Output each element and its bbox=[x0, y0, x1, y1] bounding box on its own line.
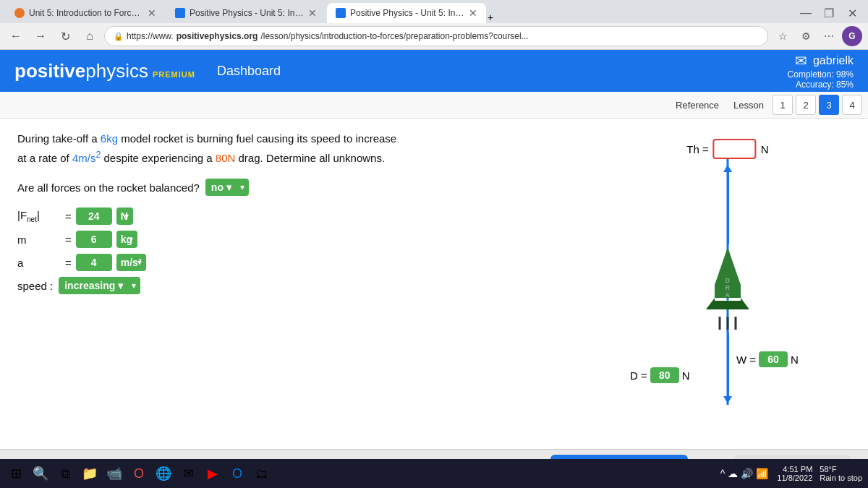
office-btn[interactable]: O bbox=[129, 463, 149, 484]
more-btn[interactable]: ⋯ bbox=[819, 26, 839, 46]
a-unit-dropdown[interactable]: m/s² bbox=[116, 254, 146, 271]
tab-1-close[interactable]: ✕ bbox=[148, 7, 156, 19]
w-row: W = 60 N bbox=[736, 351, 799, 367]
w-unit: N bbox=[791, 354, 799, 366]
teams-btn[interactable]: 📹 bbox=[104, 463, 124, 484]
tab-4-btn[interactable]: 4 bbox=[842, 95, 862, 115]
chevron-up-icon[interactable]: ^ bbox=[720, 468, 726, 479]
tab-2-close[interactable]: ✕ bbox=[308, 7, 317, 19]
star-btn[interactable]: ☆ bbox=[773, 26, 793, 46]
back-btn[interactable]: ← bbox=[6, 26, 26, 46]
tab-1[interactable]: Unit 5: Introduction to Forces (P ✕ bbox=[6, 3, 165, 23]
speed-dropdown[interactable]: increasing ▾ decreasing constant bbox=[59, 277, 140, 294]
drag-highlight: 80N bbox=[216, 152, 236, 164]
m-unit-dropdown[interactable]: kg bbox=[116, 231, 137, 248]
diagram-area: Th = N DRAG bbox=[619, 130, 836, 390]
task-view-btn[interactable]: ⧉ bbox=[55, 463, 75, 484]
new-tab-button[interactable]: + bbox=[488, 12, 493, 23]
speed-dropdown-wrapper[interactable]: increasing ▾ decreasing constant bbox=[59, 277, 140, 294]
completion-label: Completion: 98% bbox=[788, 69, 854, 80]
w-label: W = bbox=[736, 354, 756, 366]
fin-right bbox=[741, 298, 749, 309]
balanced-dropdown[interactable]: no ▾ yes bbox=[205, 179, 249, 196]
taskbar-clock[interactable]: 4:51 PM 11/8/2022 bbox=[777, 465, 812, 482]
balanced-row: Are all forces on the rocket balanced? n… bbox=[17, 179, 590, 196]
tab-1-favicon bbox=[14, 8, 25, 18]
tab-3-btn[interactable]: 3 bbox=[819, 95, 839, 115]
mass-highlight: 6kg bbox=[101, 132, 118, 145]
d-value[interactable]: 80 bbox=[650, 367, 679, 383]
forward-btn[interactable]: → bbox=[30, 26, 51, 46]
left-panel: During take-off a 6kg model rocket is bu… bbox=[17, 130, 590, 437]
tab-1-btn[interactable]: 1 bbox=[773, 95, 793, 115]
thrust-input[interactable] bbox=[713, 139, 757, 159]
w-value[interactable]: 60 bbox=[759, 351, 788, 367]
speed-row: speed : increasing ▾ decreasing constant bbox=[17, 277, 590, 294]
search-btn[interactable]: 🔍 bbox=[30, 463, 51, 484]
fnet-value[interactable]: 24 bbox=[76, 207, 112, 225]
refresh-btn[interactable]: ↻ bbox=[55, 26, 75, 46]
launch-pad bbox=[719, 317, 737, 330]
volume-icon[interactable]: 🔊 bbox=[741, 468, 753, 479]
chrome-btn[interactable]: 🌐 bbox=[153, 463, 174, 484]
a-unit-wrapper[interactable]: m/s² bbox=[116, 254, 146, 271]
tab-3-label: Positive Physics - Unit 5: Introdu bbox=[350, 8, 464, 18]
youtube-btn[interactable]: ▶ bbox=[203, 463, 223, 484]
home-btn[interactable]: ⌂ bbox=[80, 26, 100, 46]
rocket-diagram: DRAG bbox=[706, 247, 749, 309]
weather-temp: 58°F bbox=[820, 465, 836, 474]
tab-3[interactable]: Positive Physics - Unit 5: Introdu ✕ bbox=[327, 3, 486, 23]
problem-text-4: despite experiencing a bbox=[101, 152, 215, 164]
fnet-label: |Fnet| bbox=[17, 209, 61, 223]
balanced-question: Are all forces on the rocket balanced? bbox=[17, 181, 200, 194]
tab-2-btn[interactable]: 2 bbox=[796, 95, 816, 115]
m-equals: = bbox=[65, 234, 72, 246]
reference-label[interactable]: Reference bbox=[670, 98, 725, 112]
dashboard-label[interactable]: Dashboard bbox=[217, 64, 281, 79]
a-label: a bbox=[17, 257, 61, 269]
browser-icons: ☆ ⚙ ⋯ G bbox=[773, 26, 862, 46]
tab-2[interactable]: Positive Physics - Unit 5: Introdu ✕ bbox=[166, 3, 326, 23]
file-explorer-btn[interactable]: 📁 bbox=[80, 463, 100, 484]
restore-btn[interactable]: ❐ bbox=[819, 3, 839, 23]
explorer-btn[interactable]: 🗂 bbox=[252, 463, 272, 484]
pad-line-1 bbox=[719, 317, 721, 330]
windows-start-btn[interactable]: ⊞ bbox=[6, 463, 26, 484]
d-label: D = bbox=[630, 369, 647, 382]
network-icon[interactable]: 📶 bbox=[756, 468, 768, 479]
d-row: D = 80 N bbox=[630, 367, 690, 383]
username-label: gabrielk bbox=[813, 54, 854, 67]
arrow-down-group bbox=[723, 333, 732, 403]
cloud-icon[interactable]: ☁ bbox=[728, 468, 738, 479]
a-value[interactable]: 4 bbox=[76, 254, 112, 271]
url-path: /lesson/physics/introduction-to-forces/p… bbox=[260, 31, 528, 41]
extensions-btn[interactable]: ⚙ bbox=[796, 26, 816, 46]
outlook-btn[interactable]: O bbox=[227, 463, 247, 484]
arrow-up-group bbox=[723, 165, 732, 244]
fnet-row: |Fnet| = 24 N bbox=[17, 207, 590, 225]
balanced-dropdown-wrapper[interactable]: no ▾ yes bbox=[205, 179, 249, 196]
thrust-label-text: Th = bbox=[686, 143, 708, 155]
lesson-label[interactable]: Lesson bbox=[728, 98, 770, 112]
taskbar-weather: 58°F Rain to stop bbox=[820, 465, 862, 482]
mail-icon[interactable]: ✉ bbox=[795, 52, 807, 69]
tab-3-close[interactable]: ✕ bbox=[469, 7, 477, 19]
taskbar-time: 4:51 PM bbox=[783, 465, 812, 474]
address-bar[interactable]: 🔒 https://www.positivephysics.org/lesson… bbox=[104, 26, 768, 46]
m-unit-wrapper[interactable]: kg bbox=[116, 231, 137, 248]
close-btn[interactable]: ✕ bbox=[842, 3, 862, 23]
taskbar-system: ^ ☁ 🔊 📶 bbox=[720, 468, 769, 479]
fnet-unit-dropdown[interactable]: N bbox=[116, 207, 133, 225]
fin-left bbox=[706, 298, 715, 309]
taskbar: ⊞ 🔍 ⧉ 📁 📹 O 🌐 ✉ ▶ O 🗂 ^ ☁ 🔊 📶 4:51 PM 11… bbox=[0, 459, 868, 488]
m-value[interactable]: 6 bbox=[76, 231, 112, 248]
m-label: m bbox=[17, 234, 61, 246]
mail-taskbar-btn[interactable]: ✉ bbox=[178, 463, 198, 484]
profile-avatar[interactable]: G bbox=[842, 26, 862, 46]
header-right: ✉ gabrielk Completion: 98% Accuracy: 85% bbox=[788, 52, 854, 90]
address-bar-row: ← → ↻ ⌂ 🔒 https://www.positivephysics.or… bbox=[0, 23, 868, 49]
problem-text-2: model rocket is burning fuel causing its… bbox=[118, 132, 396, 145]
fnet-unit-wrapper[interactable]: N bbox=[116, 207, 133, 225]
minimize-btn[interactable]: — bbox=[796, 3, 816, 23]
tab-bar: Unit 5: Introduction to Forces (P ✕ Posi… bbox=[0, 0, 868, 23]
